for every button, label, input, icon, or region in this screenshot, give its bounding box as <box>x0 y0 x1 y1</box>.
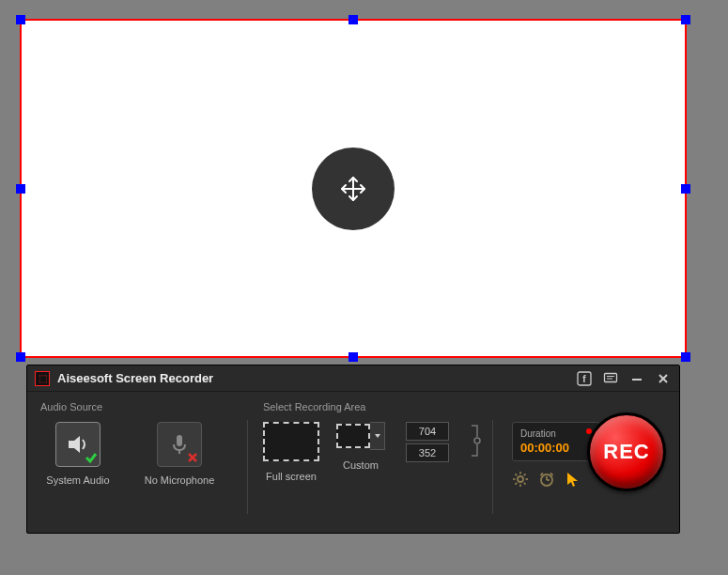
resize-handle-sw[interactable] <box>16 352 25 362</box>
svg-point-16 <box>474 438 480 443</box>
svg-marker-10 <box>69 436 80 453</box>
svg-line-25 <box>515 483 517 485</box>
recording-area-label: Select Recording Area <box>263 401 492 412</box>
duration-label: Duration <box>520 428 592 439</box>
audio-source-label: Audio Source <box>40 401 247 412</box>
fullscreen-label: Full screen <box>266 471 317 482</box>
svg-text:f: f <box>582 374 586 384</box>
svg-line-23 <box>524 483 526 485</box>
microphone-button[interactable] <box>157 422 202 467</box>
app-icon: ⬚ <box>35 371 50 386</box>
svg-line-22 <box>515 474 517 475</box>
feedback-icon <box>603 371 618 386</box>
titlebar: ⬚ Aiseesoft Screen Recorder f <box>27 365 679 392</box>
svg-line-30 <box>550 474 553 476</box>
svg-line-29 <box>541 474 544 476</box>
resize-handle-s[interactable] <box>349 352 358 362</box>
disabled-icon <box>187 452 198 463</box>
cursor-icon <box>565 471 580 488</box>
resize-handle-se[interactable] <box>681 352 690 362</box>
resize-handle-ne[interactable] <box>681 15 690 24</box>
move-handle[interactable] <box>312 148 395 230</box>
duration-time: 00:00:00 <box>520 441 592 455</box>
gear-icon <box>512 471 529 488</box>
custom-area-button[interactable] <box>336 424 370 448</box>
close-icon <box>657 372 670 385</box>
svg-rect-4 <box>605 373 617 381</box>
move-icon <box>337 173 369 205</box>
chevron-down-icon <box>374 432 381 440</box>
clock-icon <box>538 471 555 488</box>
width-input[interactable] <box>406 422 449 441</box>
close-button[interactable] <box>655 370 672 387</box>
record-button[interactable]: REC <box>587 412 666 491</box>
feedback-button[interactable] <box>602 370 619 387</box>
svg-rect-11 <box>177 435 182 446</box>
svg-marker-31 <box>567 473 578 487</box>
custom-dropdown-button[interactable] <box>370 422 385 450</box>
resize-handle-e[interactable] <box>681 184 690 194</box>
svg-marker-15 <box>375 434 380 438</box>
minimize-button[interactable] <box>628 370 645 387</box>
fullscreen-button[interactable] <box>263 422 319 461</box>
microphone-label: No Microphone <box>145 474 215 486</box>
custom-label: Custom <box>343 459 379 471</box>
recording-selection-area[interactable] <box>20 19 687 358</box>
recorder-toolbar: ⬚ Aiseesoft Screen Recorder f Audio Sour… <box>26 365 680 534</box>
facebook-icon: f <box>577 371 592 386</box>
recording-area-section: Select Recording Area Full screen Custom <box>248 401 492 521</box>
timer-button[interactable] <box>538 471 555 490</box>
minimize-icon <box>630 372 643 385</box>
resize-handle-nw[interactable] <box>16 15 25 24</box>
resize-handle-w[interactable] <box>16 184 25 194</box>
svg-line-24 <box>524 474 526 475</box>
system-audio-button[interactable] <box>55 422 101 467</box>
cursor-toggle-button[interactable] <box>565 471 580 490</box>
facebook-button[interactable]: f <box>576 370 593 387</box>
app-title: Aiseesoft Screen Recorder <box>57 371 213 385</box>
settings-button[interactable] <box>512 471 529 490</box>
system-audio-label: System Audio <box>46 474 109 486</box>
svg-point-17 <box>518 476 523 482</box>
audio-source-section: Audio Source System Audio <box>40 401 247 521</box>
height-input[interactable] <box>406 443 449 462</box>
resize-handle-n[interactable] <box>349 15 358 24</box>
record-button-label: REC <box>603 440 649 464</box>
aspect-lock-button[interactable] <box>470 422 481 459</box>
check-icon <box>85 451 98 464</box>
control-section: Duration 00:00:00 REC <box>493 401 666 521</box>
